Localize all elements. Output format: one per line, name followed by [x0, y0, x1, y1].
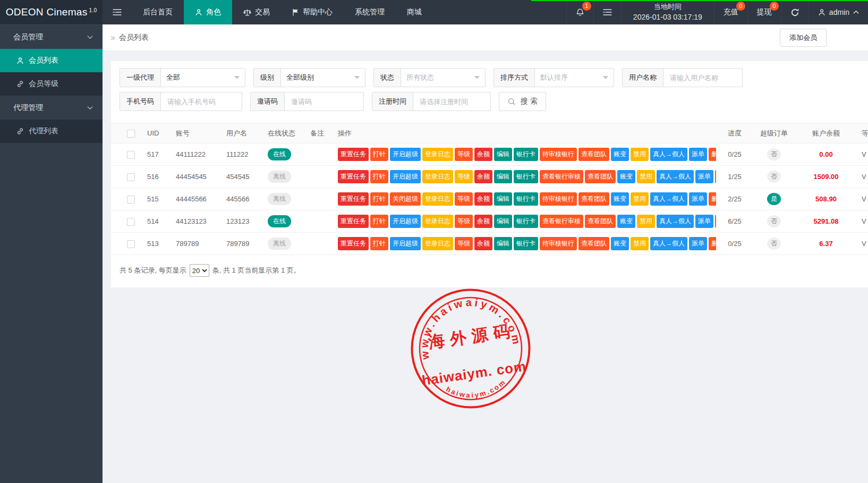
op-button[interactable]: 禁用	[637, 170, 655, 183]
op-button[interactable]: 编辑	[494, 237, 512, 250]
op-button[interactable]: 查看团队	[585, 215, 616, 228]
op-button[interactable]: 开启超级	[390, 148, 421, 161]
op-button[interactable]: 余额	[474, 192, 492, 206]
sidebar-item[interactable]: 会员等级	[0, 72, 103, 96]
op-button[interactable]: 删除	[715, 215, 716, 228]
op-button[interactable]: 打针	[370, 237, 388, 250]
sidebar-group-header[interactable]: 代理管理	[0, 96, 103, 120]
op-button[interactable]: 余额	[474, 148, 492, 161]
op-button[interactable]: 待审核银行	[540, 192, 577, 206]
op-button[interactable]: 打针	[370, 192, 388, 206]
search-button[interactable]: 搜 索	[499, 92, 546, 111]
filter-select[interactable]: 全部	[161, 69, 245, 87]
op-button[interactable]: 真人→假人	[650, 192, 687, 206]
user-menu[interactable]: admin	[809, 0, 868, 24]
op-button[interactable]: 禁用	[631, 192, 649, 206]
op-button[interactable]: 账变	[611, 148, 629, 161]
op-button[interactable]: 登录日志	[422, 237, 453, 250]
op-button[interactable]: 打针	[370, 148, 388, 161]
quick-menu-button[interactable]	[593, 0, 621, 24]
op-button[interactable]: 登录日志	[422, 215, 453, 228]
op-button[interactable]: 等级	[455, 192, 473, 206]
op-button[interactable]: 重置任务	[338, 215, 369, 228]
nav-menu-item[interactable]: 系统管理	[344, 0, 396, 24]
op-button[interactable]: 等级	[455, 148, 473, 161]
page-size-select[interactable]: 20	[190, 264, 209, 277]
op-button[interactable]: 银行卡	[514, 148, 538, 161]
op-button[interactable]: 等级	[455, 215, 473, 228]
op-button[interactable]: 银行卡	[514, 215, 538, 228]
op-button[interactable]: 打针	[370, 215, 388, 228]
op-button[interactable]: 开启超级	[390, 170, 421, 183]
nav-menu-item[interactable]: 商城	[396, 0, 433, 24]
op-button[interactable]: 余额	[474, 237, 492, 250]
op-button[interactable]: 登录日志	[422, 192, 453, 206]
op-button[interactable]: 派单	[695, 170, 713, 183]
op-button[interactable]: 禁用	[631, 148, 649, 161]
op-button[interactable]: 账变	[611, 237, 629, 250]
op-button[interactable]: 派单	[689, 237, 707, 250]
op-button[interactable]: 待审核银行	[540, 237, 577, 250]
op-button[interactable]: 账变	[617, 215, 635, 228]
op-button[interactable]: 账变	[611, 192, 629, 206]
op-button[interactable]: 编辑	[494, 170, 512, 183]
sidebar-collapse-button[interactable]	[103, 0, 132, 24]
notifications-button[interactable]: 1	[566, 0, 593, 24]
op-button[interactable]: 登录日志	[422, 148, 453, 161]
op-button[interactable]: 真人→假人	[657, 215, 694, 228]
filter-input[interactable]	[290, 97, 358, 106]
op-button[interactable]: 查看团队	[578, 148, 609, 161]
op-button[interactable]: 关闭超级	[390, 192, 421, 206]
op-button[interactable]: 查看团队	[578, 237, 609, 250]
op-button[interactable]: 打针	[370, 170, 388, 183]
row-checkbox[interactable]	[127, 218, 135, 226]
op-button[interactable]: 派单	[695, 215, 713, 228]
sidebar-item[interactable]: 代理列表	[0, 120, 103, 143]
nav-menu-item[interactable]: 后台首页	[132, 0, 184, 24]
op-button[interactable]: 编辑	[494, 215, 512, 228]
row-checkbox[interactable]	[127, 173, 135, 181]
recharge-button[interactable]: 充值 0	[714, 0, 747, 24]
op-button[interactable]: 余额	[474, 170, 492, 183]
op-button[interactable]: 重置任务	[338, 192, 369, 206]
filter-select[interactable]: 所有状态	[401, 69, 485, 87]
op-button[interactable]: 真人→假人	[650, 237, 687, 250]
op-button[interactable]: 禁用	[631, 237, 649, 250]
row-checkbox[interactable]	[127, 196, 135, 204]
refresh-button[interactable]	[781, 0, 809, 24]
op-button[interactable]: 登录日志	[422, 170, 453, 183]
nav-menu-item[interactable]: 帮助中心	[281, 0, 344, 24]
withdraw-button[interactable]: 提现 0	[747, 0, 781, 24]
row-checkbox[interactable]	[127, 151, 135, 159]
nav-menu-item[interactable]: 交易	[232, 0, 281, 24]
op-button[interactable]: 开启超级	[390, 237, 421, 250]
op-button[interactable]: 待审核银行	[540, 148, 577, 161]
op-button[interactable]: 编辑	[494, 148, 512, 161]
filter-input[interactable]	[669, 73, 737, 82]
op-button[interactable]: 禁用	[637, 215, 655, 228]
op-button[interactable]: 删除	[709, 192, 716, 206]
op-button[interactable]: 余额	[474, 215, 492, 228]
op-button[interactable]: 开启超级	[390, 215, 421, 228]
op-button[interactable]: 派单	[689, 192, 707, 206]
op-button[interactable]: 重置任务	[338, 237, 369, 250]
op-button[interactable]: 编辑	[494, 192, 512, 206]
filter-input[interactable]	[419, 97, 485, 106]
op-button[interactable]: 查看团队	[585, 170, 616, 183]
op-button[interactable]: 银行卡	[514, 237, 538, 250]
sidebar-item[interactable]: 会员列表	[0, 49, 103, 72]
op-button[interactable]: 删除	[715, 170, 716, 183]
op-button[interactable]: 派单	[689, 148, 707, 161]
op-button[interactable]: 查看银行审核	[540, 170, 583, 183]
filter-select[interactable]: 默认排序	[535, 69, 614, 87]
filter-select[interactable]: 全部级别	[281, 69, 365, 87]
op-button[interactable]: 银行卡	[514, 192, 538, 206]
op-button[interactable]: 银行卡	[514, 170, 538, 183]
op-button[interactable]: 删除	[709, 237, 716, 250]
op-button[interactable]: 等级	[455, 237, 473, 250]
op-button[interactable]: 账变	[617, 170, 635, 183]
op-button[interactable]: 重置任务	[338, 148, 369, 161]
op-button[interactable]: 查看银行审核	[540, 215, 583, 228]
op-button[interactable]: 删除	[709, 148, 716, 161]
op-button[interactable]: 真人→假人	[650, 148, 687, 161]
